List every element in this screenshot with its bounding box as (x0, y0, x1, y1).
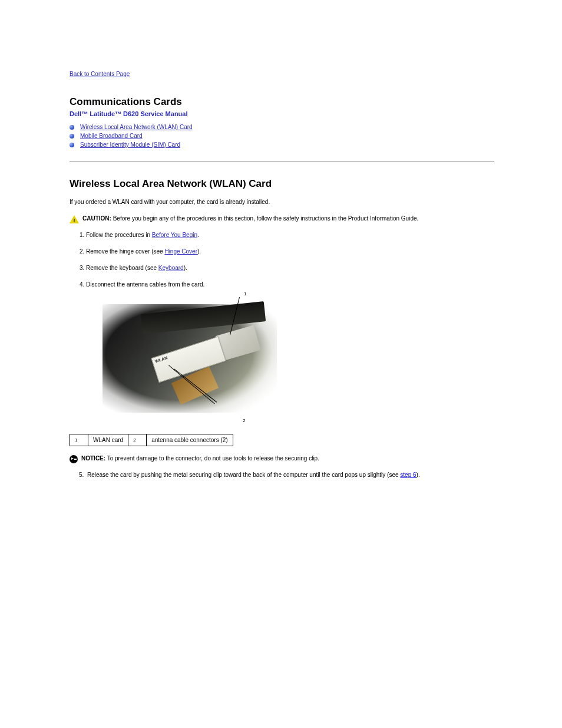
caution-icon (70, 215, 79, 223)
steps-list: Follow the procedures in Before You Begi… (70, 231, 494, 289)
page-heading: Communications Cards (70, 96, 494, 108)
wlan-card-photo: WLAN 1 2 (103, 297, 279, 424)
bullet-icon (70, 125, 74, 130)
card-label-text: WLAN (154, 355, 168, 364)
step-2-link[interactable]: Hinge Cover (164, 248, 197, 255)
back-to-contents-link[interactable]: Back to Contents Page (70, 71, 130, 77)
step-3-link[interactable]: Keyboard (158, 265, 184, 271)
bullet-icon (70, 134, 74, 139)
step-4: Disconnect the antenna cables from the c… (86, 281, 494, 289)
toc-link-mobile-broadband[interactable]: Mobile Broadband Card (80, 132, 143, 140)
callout-key-table: 1 WLAN card 2 antenna cable connectors (… (70, 434, 233, 446)
toc-link-sim[interactable]: Subscriber Identity Module (SIM) Card (80, 141, 180, 149)
step-5-link[interactable]: step 6 (400, 472, 416, 478)
intro-text: If you ordered a WLAN card with your com… (70, 198, 494, 206)
key-label-2: antenna cable connectors (2) (147, 434, 233, 446)
notice-callout: NOTICE: To prevent damage to the connect… (70, 454, 494, 463)
notice-lead: NOTICE: (81, 455, 105, 462)
notice-icon (70, 455, 78, 463)
notice-text: To prevent damage to the connector, do n… (107, 455, 319, 462)
step-3: Remove the keyboard (see Keyboard). (86, 264, 494, 272)
step-1-link[interactable]: Before You Begin (152, 232, 197, 238)
caution-text: Before you begin any of the procedures i… (113, 215, 419, 222)
toc-list: Wireless Local Area Network (WLAN) Card … (70, 123, 494, 149)
callout-num-2: 2 (243, 418, 245, 423)
bullet-icon (70, 143, 74, 147)
toc-link-wlan[interactable]: Wireless Local Area Network (WLAN) Card (80, 123, 193, 131)
step-1: Follow the procedures in Before You Begi… (86, 231, 494, 239)
doc-title: Dell™ Latitude™ D620 Service Manual (70, 110, 494, 117)
key-label-1: WLAN card (88, 434, 128, 446)
caution-lead: CAUTION: (82, 215, 111, 222)
callout-num-1: 1 (244, 291, 246, 297)
divider (70, 161, 494, 162)
section-heading: Wireless Local Area Network (WLAN) Card (70, 178, 494, 190)
step-2: Remove the hinge cover (see Hinge Cover)… (86, 248, 494, 256)
key-num-2: 2 (128, 434, 147, 446)
caution-callout: CAUTION: Before you begin any of the pro… (70, 215, 494, 223)
step-5: 5. Release the card by pushing the metal… (70, 471, 494, 479)
key-num-1: 1 (70, 434, 88, 446)
